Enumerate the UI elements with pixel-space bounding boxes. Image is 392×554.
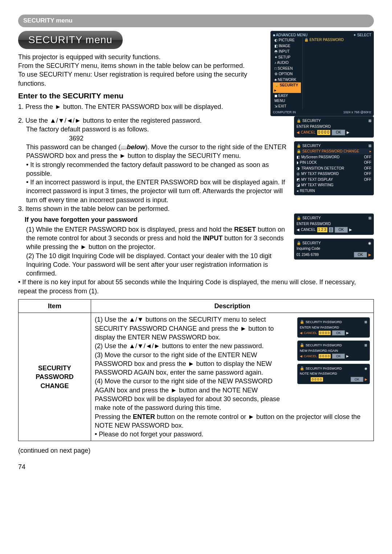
- osd-foot-resolution: 1024 x 768 @60Hz: [343, 110, 371, 114]
- osd-item-screen: SCREEN: [278, 66, 293, 70]
- step2a: The factory default password is as follo…: [18, 125, 287, 134]
- osd-item-setup: SETUP: [278, 55, 290, 59]
- intro2: From the SECURITY menu, items shown in t…: [18, 61, 264, 70]
- intro-text: This projector is equipped with security…: [18, 53, 264, 88]
- osd-enter-password-label: ENTER PASSWORD: [310, 38, 344, 42]
- osd-return: RETURN: [300, 188, 315, 194]
- intro1: This projector is equipped with security…: [18, 53, 264, 61]
- forgot1: (1) While the ENTER PASSWORD box is disp…: [18, 225, 287, 252]
- osd-security-password-change: SECURITY PASSWORD CHANGE: [302, 149, 359, 154]
- lock-icon: [297, 118, 301, 123]
- osd-note-password: SECURITY PASSWORD◉ NOTE NEW PASSWORD 0 0…: [297, 364, 370, 384]
- lock-icon: [297, 241, 301, 246]
- osd-item-audio: AUDIO: [277, 61, 289, 65]
- osd-security-menu: SECURITY⊠ SECURITY PASSWORD CHANGE▸ ◧ My…: [294, 141, 374, 196]
- osd-advanced-title: ADVANCED MENU: [276, 33, 307, 37]
- osd-item-easymenu: EASY MENU: [274, 94, 288, 103]
- osd-select-label: SELECT: [357, 33, 371, 37]
- step1: 1. Press the ► button. The ENTER PASSWOR…: [18, 102, 264, 111]
- osd-cancel: CANCEL: [301, 130, 316, 135]
- osd-new-password: SECURITY PASSWORD⊠ ENTER NEW PASSWORD ◀ …: [297, 317, 370, 338]
- osd-enter-password: SECURITY⊠ ENTER PASSWORD ◀ CANCEL 0 0 0 …: [294, 116, 374, 138]
- lock-icon: [300, 319, 304, 325]
- page-number: 74: [18, 463, 374, 471]
- osd-foot-computer-in: COMPUTER IN: [273, 110, 296, 114]
- osd-password-again: SECURITY PASSWORD⊠ NEW PASSWORD AGAIN ◀ …: [297, 341, 370, 361]
- enter-heading: Enter to the SECURITY menu: [18, 91, 264, 101]
- osd-enter-password-123: SECURITY⊠ ENTER PASSWORD ◀ CANCEL 1 2 3▯…: [294, 213, 374, 235]
- table-description: (1) Use the ▲/▼ buttons on the SECURITY …: [91, 313, 374, 441]
- step2b-below: below: [127, 143, 145, 151]
- osd-item-network: NETWORK: [278, 78, 296, 82]
- forgot2: (2) The 10 digit Inquiring Code will be …: [18, 252, 287, 278]
- inquiring-code-value: 01 2345 6789: [297, 252, 319, 257]
- lock-icon: [297, 149, 301, 154]
- continued-label: (continued on next page): [18, 446, 374, 455]
- lock-icon: [297, 216, 301, 221]
- osd-ok: OK: [332, 130, 345, 135]
- table-header-description: Description: [91, 300, 374, 313]
- lock-icon: [274, 83, 279, 87]
- bullet2: • If an incorrect password is input, the…: [18, 178, 287, 204]
- table-item-security-password-change: SECURITY PASSWORD CHANGE: [19, 313, 91, 441]
- bullet1: • It is strongly recommended the factory…: [18, 160, 287, 178]
- forgot-heading: If you have forgotten your password: [25, 215, 287, 224]
- osd-password-digits: 0 0 0 0: [317, 130, 331, 135]
- osd-advanced-menu: ■ ADVANCED MENU ✦ SELECT ◐ PICTURE ◧ IMA…: [270, 31, 374, 116]
- lock-icon: [300, 366, 304, 371]
- book-icon: [121, 143, 127, 151]
- section-label: SECURITY menu: [18, 15, 374, 27]
- osd-item-option: OPTION: [279, 72, 293, 76]
- osd-item-input: INPUT: [279, 49, 290, 53]
- osd-item-picture: PICTURE: [279, 38, 295, 42]
- lock-icon: [297, 143, 301, 148]
- table-header-item: Item: [19, 300, 91, 313]
- osd-item-image: IMAGE: [279, 44, 290, 48]
- forgot-note: • If there is no key input for about 55 …: [18, 278, 374, 296]
- step3: 3. Items shown in the table below can be…: [18, 204, 287, 213]
- intro3: To use SECURITY menu: User registration …: [18, 70, 264, 88]
- default-password: 3692: [18, 134, 287, 143]
- description-table: Item Description SECURITY PASSWORD CHANG…: [18, 299, 374, 441]
- osd-inquiring-code: SECURITY◉ Inquiring Code 01 2345 6789 OK…: [294, 239, 374, 260]
- step2b: This password can be changed (below). Mo…: [18, 143, 287, 160]
- page-title: SECURITY menu: [18, 31, 123, 49]
- step2: 2. Use the ▲/▼/◄/► buttons to enter the …: [18, 116, 287, 125]
- osd-item-exit: EXIT: [278, 104, 286, 108]
- lock-icon: [300, 343, 304, 348]
- osd-item-security: SECURITY: [280, 83, 298, 87]
- step2b-pre: This password can be changed (: [26, 143, 121, 151]
